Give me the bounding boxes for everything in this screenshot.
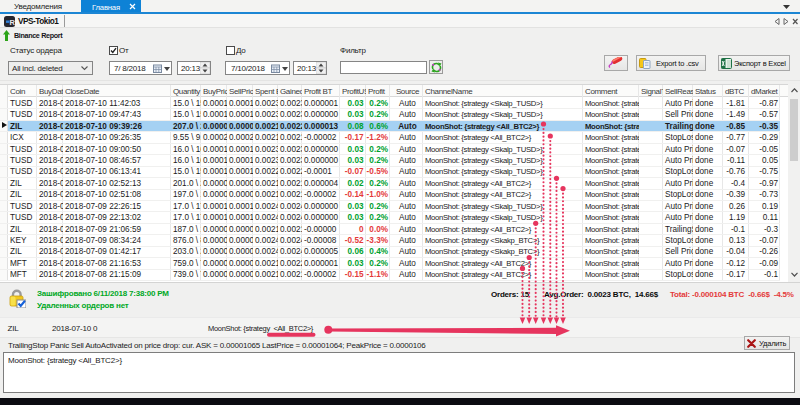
svg-text:R: R	[10, 18, 15, 27]
